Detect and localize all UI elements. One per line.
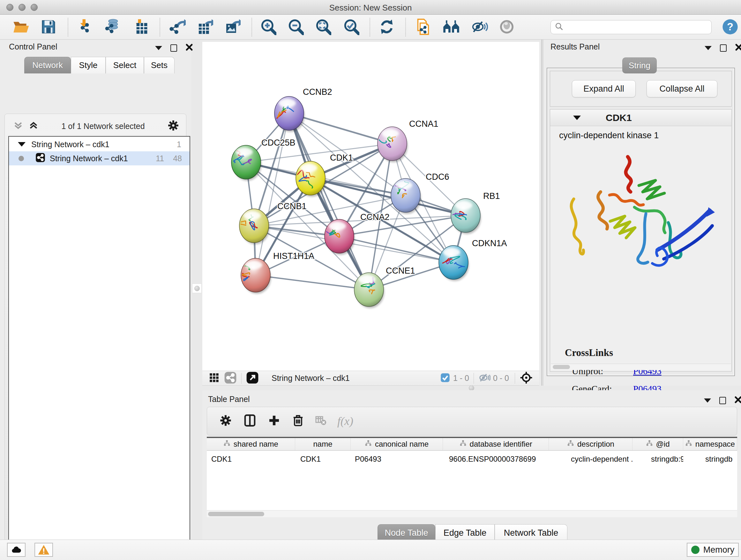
fit-selection-crosshair-icon[interactable] xyxy=(520,371,533,386)
collapse-all-tree-icon[interactable] xyxy=(13,120,23,132)
results-buttonbar: Expand All Collapse All xyxy=(550,71,732,107)
column-header-namespace[interactable]: namespace xyxy=(683,438,737,450)
expand-all-button[interactable]: Expand All xyxy=(572,80,636,98)
tree-expand-icon[interactable] xyxy=(18,142,25,146)
current-network-title: String Network – cdk1 xyxy=(272,374,350,383)
delete-column-trash-icon[interactable] xyxy=(292,415,304,428)
shared-column-icon xyxy=(460,440,467,449)
open-in-browser-icon[interactable] xyxy=(246,371,259,385)
warning-status-button[interactable] xyxy=(35,543,53,557)
svg-text:RB1: RB1 xyxy=(483,191,500,201)
search-box[interactable] xyxy=(550,20,712,34)
window-title: Session: New Session xyxy=(0,3,741,13)
main-toolbar: ? xyxy=(0,15,741,40)
function-builder-icon: f(x) xyxy=(337,415,353,428)
tab-edge-table[interactable]: Edge Table xyxy=(435,524,495,542)
results-entry-header[interactable]: CDK1 xyxy=(550,110,731,126)
results-entry-cdk1: CDK1 cyclin-dependent kinase 1 CrossLink… xyxy=(550,109,732,372)
left-splitter-handle[interactable] xyxy=(192,284,202,293)
shared-column-icon xyxy=(685,440,692,449)
show-all-button[interactable] xyxy=(498,19,515,36)
add-column-plus-icon[interactable] xyxy=(268,414,280,428)
open-session-button[interactable] xyxy=(13,19,30,36)
column-header-name[interactable]: name xyxy=(295,438,351,450)
export-table-button[interactable] xyxy=(196,19,213,36)
import-network-button[interactable] xyxy=(77,19,94,36)
export-network-button[interactable] xyxy=(169,19,186,36)
zoom-in-button[interactable] xyxy=(259,19,277,36)
tab-network[interactable]: Network xyxy=(24,57,71,73)
cloud-status-button[interactable] xyxy=(7,543,25,557)
column-header-shared-name[interactable]: shared name xyxy=(207,438,295,450)
shared-column-icon xyxy=(567,440,574,449)
tab-network-table[interactable]: Network Table xyxy=(495,524,567,542)
toolbar-separator xyxy=(405,18,406,37)
network-edge-count: 48 xyxy=(173,154,182,163)
network-tree-root-row[interactable]: String Network – cdk1 1 xyxy=(9,137,190,151)
table-cell[interactable]: P06493 xyxy=(355,455,442,463)
delete-table-icon xyxy=(315,415,327,428)
import-database-button[interactable] xyxy=(104,19,121,36)
export-image-button[interactable] xyxy=(224,19,241,36)
show-columns-icon[interactable] xyxy=(244,414,256,428)
control-panel-float-button[interactable] xyxy=(155,46,162,50)
zoom-in-icon xyxy=(260,18,276,37)
network-canvas[interactable]: CCNB2CCNA1CDC25BCDK1CDC6RB1CCNB1CCNA2CDK… xyxy=(202,42,539,371)
entry-collapse-icon[interactable] xyxy=(573,116,581,120)
table-hscrollbar[interactable] xyxy=(207,510,737,517)
toolbar-separator xyxy=(68,18,68,37)
svg-text:CCNE1: CCNE1 xyxy=(386,266,415,275)
hidden-eye-slash-icon xyxy=(478,372,490,385)
save-session-button[interactable] xyxy=(40,19,57,36)
export-network-icon xyxy=(169,18,186,37)
column-header--id[interactable]: @id xyxy=(632,438,683,450)
birds-eye-grid-icon[interactable] xyxy=(209,373,219,384)
column-header-description[interactable]: description xyxy=(549,438,632,450)
string-network-badge-icon[interactable] xyxy=(224,371,237,385)
results-scrollbar[interactable] xyxy=(551,364,731,370)
selected-checkbox-icon[interactable] xyxy=(441,373,450,384)
hide-selected-button[interactable] xyxy=(471,19,488,36)
table-cell[interactable]: cyclin-dependent ... xyxy=(571,455,632,463)
import-table-icon xyxy=(133,18,149,37)
tab-string-results[interactable]: String xyxy=(622,57,657,73)
results-panel-float-button[interactable] xyxy=(704,46,712,50)
search-input[interactable] xyxy=(563,23,704,32)
table-panel-float-button[interactable] xyxy=(704,398,711,402)
node-table[interactable]: shared namenamecanonical namedatabase id… xyxy=(207,437,737,516)
collapse-all-button[interactable]: Collapse All xyxy=(647,80,718,98)
results-panel-title: Results Panel xyxy=(550,42,600,51)
expand-all-tree-icon[interactable] xyxy=(28,120,39,132)
control-panel-maximize-button[interactable] xyxy=(171,44,177,52)
import-table-button[interactable] xyxy=(132,19,150,36)
zoom-fit-button[interactable] xyxy=(314,19,332,36)
zoom-selected-button[interactable] xyxy=(342,19,360,36)
zoom-out-button[interactable] xyxy=(287,19,304,36)
help-button[interactable]: ? xyxy=(722,19,739,36)
column-header-database-identifier[interactable]: database identifier xyxy=(443,438,549,450)
table-cell[interactable]: CDK1 xyxy=(300,455,349,463)
table-cell[interactable]: stringdb:9... xyxy=(651,455,683,463)
table-cell[interactable]: CDK1 xyxy=(211,455,293,463)
network-tree-row-selected[interactable]: String Network – cdk1 11 48 xyxy=(9,151,190,165)
copy-style-button[interactable] xyxy=(414,19,432,36)
tab-sets[interactable]: Sets xyxy=(144,57,175,73)
network-options-gear-icon[interactable] xyxy=(167,119,179,133)
first-neighbors-button[interactable] xyxy=(443,19,460,36)
results-panel-maximize-button[interactable] xyxy=(720,44,727,52)
tab-node-table[interactable]: Node Table xyxy=(378,524,435,542)
memory-button[interactable]: Memory xyxy=(687,543,739,557)
results-panel-close-icon[interactable] xyxy=(735,44,741,52)
control-panel-close-icon[interactable] xyxy=(185,44,193,52)
table-panel-close-icon[interactable] xyxy=(734,396,741,405)
shared-column-icon xyxy=(365,440,372,449)
apply-layout-button[interactable] xyxy=(378,19,395,36)
tab-style[interactable]: Style xyxy=(71,57,106,73)
table-cell[interactable]: 9606.ENSP00000378699 xyxy=(449,455,549,463)
table-settings-gear-icon[interactable] xyxy=(219,414,232,428)
column-header-canonical-name[interactable]: canonical name xyxy=(351,438,443,450)
table-panel-maximize-button[interactable] xyxy=(719,397,726,404)
table-cell[interactable]: stringdb xyxy=(705,455,738,463)
tab-select[interactable]: Select xyxy=(106,57,144,73)
network-tree: String Network – cdk1 1 String Network –… xyxy=(8,136,190,560)
